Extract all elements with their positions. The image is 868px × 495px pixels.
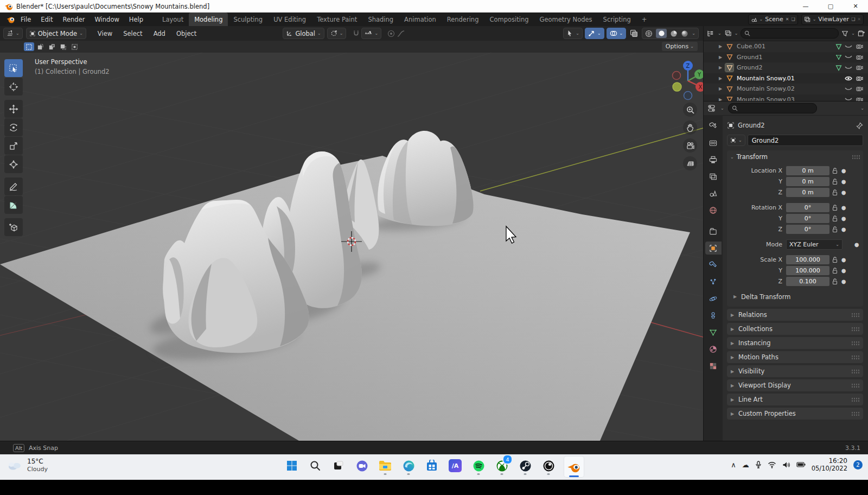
edge-button[interactable]	[401, 456, 416, 475]
tab-sculpting[interactable]: Sculpting	[228, 12, 268, 26]
unlock-icon[interactable]	[832, 168, 838, 174]
tool-select-box[interactable]	[4, 59, 23, 77]
menu-object[interactable]: Object	[171, 30, 201, 37]
shading-rendered-icon[interactable]	[681, 30, 688, 37]
unlock-icon[interactable]	[832, 215, 838, 222]
outliner-row-mountain-snowy-03[interactable]: ▶ Mountain Snowy.03	[704, 94, 868, 101]
panel-motion-paths[interactable]: ▶Motion Paths	[727, 351, 863, 363]
panel-viewport-display[interactable]: ▶Viewport Display	[727, 379, 863, 391]
outliner-row-mountain-snowy-02[interactable]: ▶ Mountain Snowy.02	[704, 84, 868, 94]
wifi-icon[interactable]	[768, 461, 776, 468]
taskbar-clock[interactable]: 16:20 05/10/2022	[812, 457, 847, 472]
notification-count-badge[interactable]: 2	[853, 460, 863, 469]
tab-view-layer[interactable]	[705, 170, 722, 183]
location-x-input[interactable]: 0 m	[786, 166, 829, 175]
rotation-mode-dropdown[interactable]: XYZ Euler⌄	[786, 239, 843, 250]
drag-handle-icon[interactable]	[851, 355, 859, 360]
location-y-input[interactable]: 0 m	[786, 177, 829, 186]
spotify-button[interactable]	[471, 456, 486, 475]
menu-view[interactable]: View	[93, 30, 117, 37]
blender-app-menu-icon[interactable]	[5, 15, 16, 24]
hide-eye-closed-icon[interactable]	[845, 97, 852, 101]
close-button[interactable]: ✕	[843, 0, 868, 12]
file-explorer-button[interactable]	[378, 456, 393, 475]
menu-add[interactable]: Add	[149, 30, 170, 37]
ortho-toggle-button[interactable]	[683, 156, 697, 170]
pin-icon[interactable]: ✕	[786, 17, 789, 22]
tool-measure[interactable]	[4, 196, 23, 214]
animate-dot-icon[interactable]: ●	[840, 168, 847, 174]
menu-window[interactable]: Window	[90, 16, 124, 23]
scene-selector[interactable]: ⌄ Scene ✕ ❏	[748, 14, 798, 25]
drag-handle-icon[interactable]	[851, 313, 859, 318]
obs-button[interactable]	[541, 456, 556, 475]
expand-caret-icon[interactable]: ▶	[719, 44, 723, 49]
camera-visibility-icon[interactable]	[856, 54, 863, 60]
unlock-icon[interactable]	[832, 268, 838, 274]
snap-settings-dropdown[interactable]: ⌄	[361, 28, 381, 39]
falloff-curve-icon[interactable]	[397, 30, 405, 37]
overlays-toggle[interactable]: ⌄	[607, 28, 627, 39]
app-ia-button[interactable]: /A	[448, 456, 463, 475]
task-view-button[interactable]	[331, 456, 346, 475]
expand-caret-icon[interactable]: ▶	[719, 55, 723, 60]
shading-material-icon[interactable]	[670, 30, 678, 37]
expand-caret-icon[interactable]: ▶	[719, 86, 723, 91]
menu-help[interactable]: Help	[124, 16, 148, 23]
outliner-row-ground2[interactable]: ▶ Ground2	[704, 62, 868, 73]
outliner-row-cube001[interactable]: ▶ Cube.001	[704, 41, 868, 52]
select-extend-button[interactable]	[35, 42, 46, 51]
tab-rendering[interactable]: Rendering	[442, 12, 484, 26]
start-button[interactable]	[284, 456, 299, 475]
scale-y-input[interactable]: 100.000	[786, 266, 829, 275]
object-visibility-dropdown[interactable]: ⌄	[563, 28, 583, 39]
camera-view-button[interactable]	[683, 138, 697, 153]
animate-dot-icon[interactable]: ●	[840, 226, 847, 232]
transform-panel-header[interactable]: ⌄ Transform	[730, 153, 860, 161]
show-eye-open-icon[interactable]	[845, 75, 852, 81]
select-subtract-button[interactable]	[47, 42, 57, 51]
object-id-dropdown[interactable]: ⌄	[727, 135, 745, 146]
viewport-3d-scene[interactable]	[0, 53, 703, 441]
battery-icon[interactable]	[796, 461, 806, 468]
expand-caret-icon[interactable]: ▶	[719, 76, 723, 81]
steam-button[interactable]	[518, 456, 533, 475]
animate-dot-icon[interactable]: ●	[840, 189, 847, 195]
drag-handle-icon[interactable]	[851, 411, 859, 416]
tab-physics[interactable]	[705, 292, 722, 305]
drag-handle-icon[interactable]	[851, 369, 859, 374]
hide-eye-closed-icon[interactable]	[845, 86, 852, 92]
tab-collection[interactable]	[705, 225, 722, 238]
snap-magnet-icon[interactable]	[352, 29, 360, 37]
unlock-icon[interactable]	[832, 278, 838, 285]
properties-search-input[interactable]	[728, 103, 817, 113]
gizmo-neg-y-ball[interactable]	[673, 82, 681, 91]
camera-visibility-icon[interactable]	[856, 97, 863, 101]
rotation-z-input[interactable]: 0°	[786, 225, 829, 234]
chevron-down-icon[interactable]: ⌄	[860, 106, 864, 111]
remove-viewlayer-icon[interactable]: ✕	[857, 17, 861, 22]
camera-visibility-icon[interactable]	[856, 75, 863, 81]
tray-chevron-up-icon[interactable]: ∧	[731, 461, 736, 469]
tab-texture-paint[interactable]: Texture Paint	[311, 12, 362, 26]
microsoft-store-button[interactable]	[424, 456, 439, 475]
drag-handle-icon[interactable]	[851, 341, 859, 346]
filter-icon[interactable]	[841, 30, 848, 37]
rotation-y-input[interactable]: 0°	[786, 214, 829, 223]
shading-wireframe-icon[interactable]	[645, 30, 653, 37]
new-collection-icon[interactable]	[858, 30, 865, 37]
taskbar-weather-widget[interactable]: 15°C Cloudy	[7, 458, 48, 473]
chat-button[interactable]	[354, 456, 369, 475]
unlock-icon[interactable]	[832, 189, 838, 196]
tab-texture[interactable]	[705, 359, 722, 372]
menu-edit[interactable]: Edit	[36, 16, 58, 23]
blender-taskbar-button[interactable]	[564, 456, 584, 477]
pivot-point-dropdown[interactable]: ⌄	[327, 28, 347, 39]
gizmos-toggle[interactable]: ⌄	[585, 28, 604, 39]
minimize-button[interactable]: —	[793, 0, 818, 12]
select-invert-button[interactable]	[58, 42, 68, 51]
select-set-button[interactable]	[24, 42, 34, 51]
gizmo-neg-x-ball[interactable]	[673, 72, 681, 80]
tool-options-button[interactable]: Options ⌄	[662, 42, 698, 51]
animate-dot-icon[interactable]: ●	[840, 205, 847, 211]
